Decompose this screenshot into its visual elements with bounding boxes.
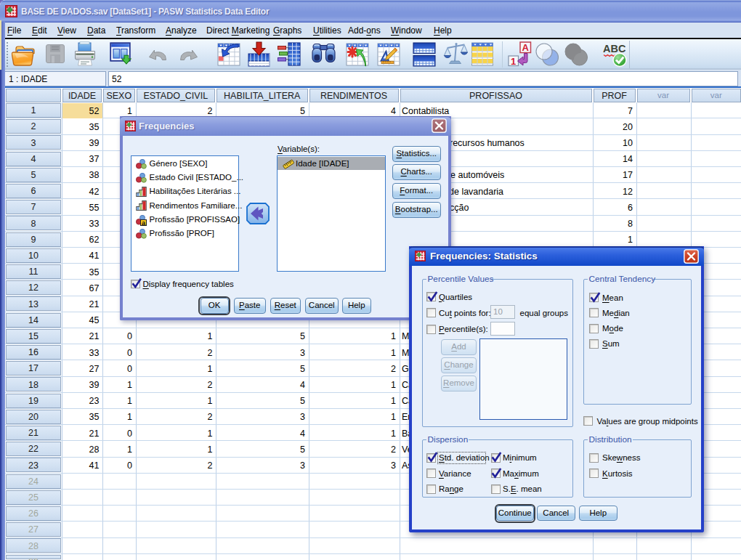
svg-text:A: A [522, 42, 530, 53]
svg-text:1: 1 [511, 56, 516, 67]
svg-text:ABC: ABC [603, 43, 626, 54]
